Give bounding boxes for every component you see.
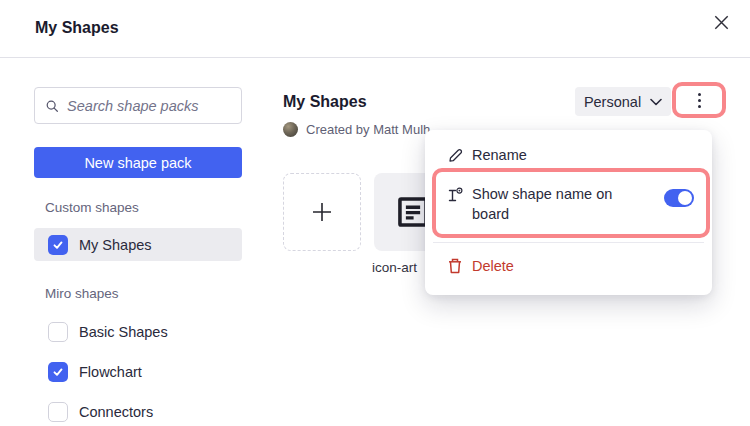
chevron-down-icon — [650, 98, 662, 106]
close-button[interactable] — [704, 5, 738, 39]
menu-item-label: Show shape name on board — [472, 184, 634, 224]
shape-pack-label: Flowchart — [79, 364, 142, 380]
shape-pack-label: My Shapes — [79, 237, 152, 253]
search-icon — [45, 98, 59, 114]
plus-icon — [309, 199, 335, 225]
pencil-icon — [447, 147, 464, 164]
search-input[interactable] — [67, 98, 231, 114]
shape-pack-item-basic-shapes[interactable]: Basic Shapes — [34, 321, 242, 342]
avatar — [283, 122, 298, 137]
checkmark-icon — [52, 239, 64, 251]
kebab-vertical-dots-icon — [698, 93, 701, 96]
search-box[interactable] — [34, 87, 242, 124]
menu-item-label: Rename — [472, 147, 527, 163]
shape-pack-item-connectors[interactable]: Connectors — [34, 401, 242, 422]
shape-pack-item-flowchart[interactable]: Flowchart — [34, 361, 242, 382]
dialog-header: My Shapes — [0, 0, 750, 58]
connectors-checkbox[interactable] — [48, 402, 68, 422]
shape-pack-label: Basic Shapes — [79, 324, 168, 340]
kebab-annotation-highlight — [672, 82, 726, 118]
basic-shapes-checkbox[interactable] — [48, 322, 68, 342]
pack-options-kebab-button[interactable] — [688, 89, 711, 112]
menu-item-rename[interactable]: Rename — [425, 141, 712, 169]
show-shape-name-toggle[interactable] — [664, 189, 694, 207]
trash-icon — [447, 257, 463, 275]
flowchart-checkbox[interactable] — [48, 362, 68, 382]
menu-separator — [433, 242, 704, 243]
pack-options-menu: Rename Show shape name on board Delete — [425, 130, 712, 295]
close-icon — [711, 12, 732, 33]
shape-pack-item-my-shapes[interactable]: My Shapes — [34, 228, 242, 261]
personal-dropdown-value: Personal — [584, 94, 641, 110]
my-shapes-dialog: My Shapes New shape pack Custom shapes M… — [0, 0, 750, 426]
shape-pack-label: Connectors — [79, 404, 153, 420]
dialog-title: My Shapes — [35, 19, 119, 37]
created-by-text: Created by Matt Mulh — [306, 122, 430, 137]
shape-tile-label: icon-art — [372, 260, 417, 275]
personal-dropdown[interactable]: Personal — [575, 87, 671, 116]
my-shapes-checkbox[interactable] — [48, 235, 68, 255]
shape-name-visibility-icon — [446, 186, 464, 204]
section-label-miro-shapes: Miro shapes — [45, 286, 119, 301]
add-shape-button[interactable] — [283, 173, 361, 251]
pack-title: My Shapes — [283, 93, 367, 111]
created-by-row: Created by Matt Mulh — [283, 122, 430, 137]
menu-item-delete[interactable]: Delete — [425, 252, 712, 280]
menu-item-label: Delete — [472, 258, 514, 274]
checkmark-icon — [52, 366, 64, 378]
new-shape-pack-button[interactable]: New shape pack — [34, 147, 242, 178]
section-label-custom-shapes: Custom shapes — [45, 200, 139, 215]
